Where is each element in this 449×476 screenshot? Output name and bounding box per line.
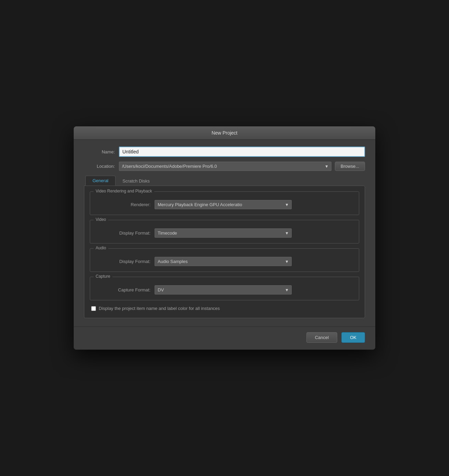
browse-button[interactable]: Browse... <box>335 162 365 171</box>
video-display-format-select[interactable]: Timecode Feet + Frames 16mm Feet + Frame… <box>155 228 292 238</box>
audio-section: Audio Display Format: Audio Samples Mill… <box>90 248 359 272</box>
renderer-label: Renderer: <box>96 202 150 207</box>
capture-format-select[interactable]: DV HDV <box>155 285 292 295</box>
video-display-format-row: Display Format: Timecode Feet + Frames 1… <box>96 228 353 238</box>
renderer-field-row: Renderer: Mercury Playback Engine GPU Ac… <box>96 200 353 209</box>
tabs-bar: General Scratch Disks <box>84 176 365 186</box>
tab-scratch-disks[interactable]: Scratch Disks <box>116 176 156 186</box>
dialog-body: Name: Location: /Users/koci/Documents/Ad… <box>74 140 375 326</box>
audio-display-format-select[interactable]: Audio Samples Milliseconds <box>155 257 292 266</box>
video-display-format-label: Display Format: <box>96 230 150 236</box>
video-display-format-wrapper: Timecode Feet + Frames 16mm Feet + Frame… <box>155 228 292 238</box>
video-rendering-title: Video Rendering and Playback <box>94 189 154 193</box>
video-rendering-section: Video Rendering and Playback Renderer: M… <box>90 191 359 215</box>
capture-section: Capture Capture Format: DV HDV ▼ <box>90 277 359 300</box>
capture-title: Capture <box>94 274 112 279</box>
renderer-select-wrapper: Mercury Playback Engine GPU Acceleratio … <box>155 200 292 209</box>
new-project-dialog: New Project Name: Location: /Users/koci/… <box>74 126 375 350</box>
audio-display-format-wrapper: Audio Samples Milliseconds ▼ <box>155 257 292 266</box>
dialog-title: New Project <box>211 130 237 136</box>
video-title: Video <box>94 217 108 222</box>
ok-button[interactable]: OK <box>341 332 365 343</box>
checkbox-row: Display the project item name and label … <box>90 306 359 311</box>
capture-format-wrapper: DV HDV ▼ <box>155 285 292 295</box>
audio-display-format-row: Display Format: Audio Samples Millisecon… <box>96 257 353 266</box>
cancel-button[interactable]: Cancel <box>306 332 337 343</box>
tab-content-general: Video Rendering and Playback Renderer: M… <box>84 186 365 318</box>
audio-display-format-label: Display Format: <box>96 259 150 264</box>
name-field-row: Name: <box>84 147 365 157</box>
renderer-select[interactable]: Mercury Playback Engine GPU Acceleratio … <box>155 200 292 209</box>
tab-general[interactable]: General <box>85 176 116 186</box>
label-color-checkbox-label: Display the project item name and label … <box>99 306 220 311</box>
label-color-checkbox[interactable] <box>91 306 96 311</box>
video-section: Video Display Format: Timecode Feet + Fr… <box>90 220 359 243</box>
name-input[interactable] <box>119 147 365 157</box>
location-select[interactable]: /Users/koci/Documents/Adobe/Premiere Pro… <box>119 162 331 171</box>
location-field-row: Location: /Users/koci/Documents/Adobe/Pr… <box>84 162 365 171</box>
capture-format-label: Capture Format: <box>96 287 150 292</box>
audio-title: Audio <box>94 246 108 250</box>
location-label: Location: <box>84 164 115 169</box>
name-label: Name: <box>84 149 115 154</box>
dialog-footer: Cancel OK <box>74 326 375 350</box>
dialog-titlebar: New Project <box>74 126 375 140</box>
capture-format-row: Capture Format: DV HDV ▼ <box>96 285 353 295</box>
location-select-wrapper: /Users/koci/Documents/Adobe/Premiere Pro… <box>119 162 331 171</box>
